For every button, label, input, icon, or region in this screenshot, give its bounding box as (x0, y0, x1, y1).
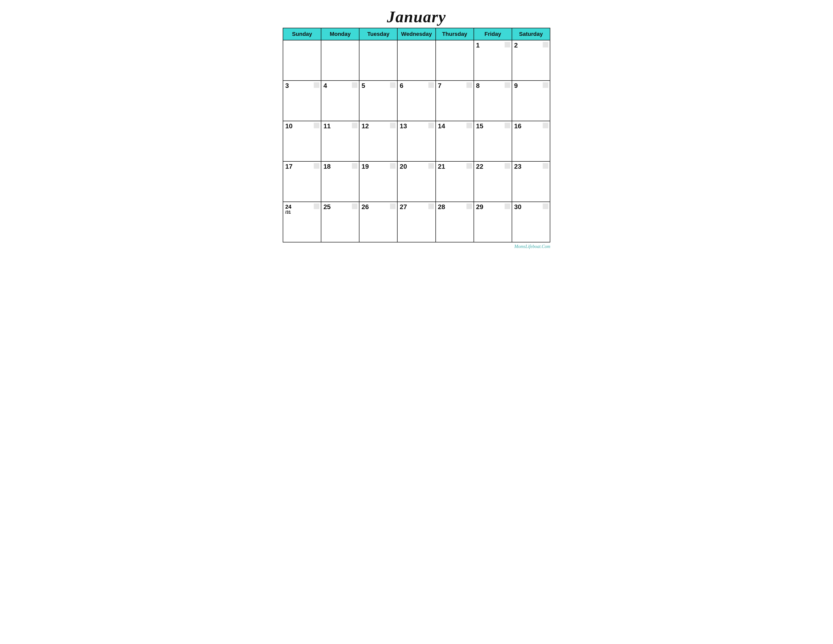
day-of-week-header: Thursday (436, 28, 474, 40)
day-corner-mark (505, 204, 510, 209)
day-corner-mark (314, 123, 319, 128)
calendar-week-row: 3456789 (283, 80, 550, 121)
day-corner-mark (543, 42, 548, 47)
day-corner-mark (543, 204, 548, 209)
calendar-day-cell: 30 (512, 202, 550, 242)
calendar-day-cell: 26 (359, 202, 397, 242)
calendar-week-row: 12 (283, 40, 550, 80)
calendar-title: January (283, 8, 550, 26)
calendar-day-cell: 23 (512, 161, 550, 202)
calendar-container: January SundayMondayTuesdayWednesdayThur… (278, 5, 555, 257)
day-corner-mark (428, 204, 434, 209)
day-of-week-header: Sunday (283, 28, 321, 40)
calendar-day-cell (397, 40, 436, 80)
calendar-header-row: SundayMondayTuesdayWednesdayThursdayFrid… (283, 28, 550, 40)
calendar-day-cell: 14 (436, 121, 474, 161)
day-corner-mark (543, 82, 548, 88)
day-of-week-header: Tuesday (359, 28, 397, 40)
day-corner-mark (543, 163, 548, 169)
calendar-day-cell (283, 40, 321, 80)
calendar-day-cell: 2 (512, 40, 550, 80)
day-corner-mark (466, 163, 472, 169)
calendar-day-cell: 4 (321, 80, 359, 121)
day-corner-mark (505, 42, 510, 47)
day-corner-mark (352, 204, 357, 209)
calendar-day-cell: 19 (359, 161, 397, 202)
calendar-day-cell: 6 (397, 80, 436, 121)
watermark: MomsLifeboat.Com (283, 244, 550, 249)
day-of-week-header: Friday (474, 28, 512, 40)
calendar-day-cell: 29 (474, 202, 512, 242)
day-corner-mark (390, 163, 396, 169)
day-of-week-header: Monday (321, 28, 359, 40)
calendar-day-cell: 11 (321, 121, 359, 161)
day-corner-mark (390, 204, 396, 209)
calendar-day-cell: 12 (359, 121, 397, 161)
day-corner-mark (352, 123, 357, 128)
calendar-day-cell: 5 (359, 80, 397, 121)
calendar-day-cell: 22 (474, 161, 512, 202)
day-of-week-header: Saturday (512, 28, 550, 40)
calendar-day-cell: 9 (512, 80, 550, 121)
day-corner-mark (314, 82, 319, 88)
calendar-day-cell: 28 (436, 202, 474, 242)
calendar-grid: SundayMondayTuesdayWednesdayThursdayFrid… (283, 28, 550, 242)
day-corner-mark (428, 163, 434, 169)
calendar-day-cell: 20 (397, 161, 436, 202)
calendar-day-cell: 3 (283, 80, 321, 121)
day-corner-mark (543, 123, 548, 128)
day-of-week-header: Wednesday (397, 28, 436, 40)
calendar-day-cell: 16 (512, 121, 550, 161)
calendar-week-row: 17181920212223 (283, 161, 550, 202)
calendar-day-cell: 21 (436, 161, 474, 202)
day-corner-mark (390, 82, 396, 88)
day-corner-mark (352, 82, 357, 88)
day-corner-mark (428, 82, 434, 88)
calendar-day-cell: 1 (474, 40, 512, 80)
day-corner-mark (505, 163, 510, 169)
calendar-day-cell: 15 (474, 121, 512, 161)
day-corner-mark (466, 123, 472, 128)
calendar-week-row: 24/31252627282930 (283, 202, 550, 242)
calendar-day-cell: 27 (397, 202, 436, 242)
calendar-day-cell: 13 (397, 121, 436, 161)
calendar-day-cell (359, 40, 397, 80)
calendar-day-cell: 10 (283, 121, 321, 161)
day-corner-mark (352, 163, 357, 169)
calendar-day-cell: 24/31 (283, 202, 321, 242)
day-corner-mark (314, 204, 319, 209)
day-corner-mark (390, 123, 396, 128)
day-corner-mark (466, 82, 472, 88)
calendar-day-cell (436, 40, 474, 80)
day-corner-mark (314, 163, 319, 169)
calendar-day-cell: 7 (436, 80, 474, 121)
calendar-day-cell: 8 (474, 80, 512, 121)
calendar-week-row: 10111213141516 (283, 121, 550, 161)
day-corner-mark (466, 204, 472, 209)
calendar-day-cell: 25 (321, 202, 359, 242)
calendar-day-cell: 18 (321, 161, 359, 202)
calendar-day-cell: 17 (283, 161, 321, 202)
day-corner-mark (505, 123, 510, 128)
day-corner-mark (505, 82, 510, 88)
day-corner-mark (428, 123, 434, 128)
calendar-day-cell (321, 40, 359, 80)
